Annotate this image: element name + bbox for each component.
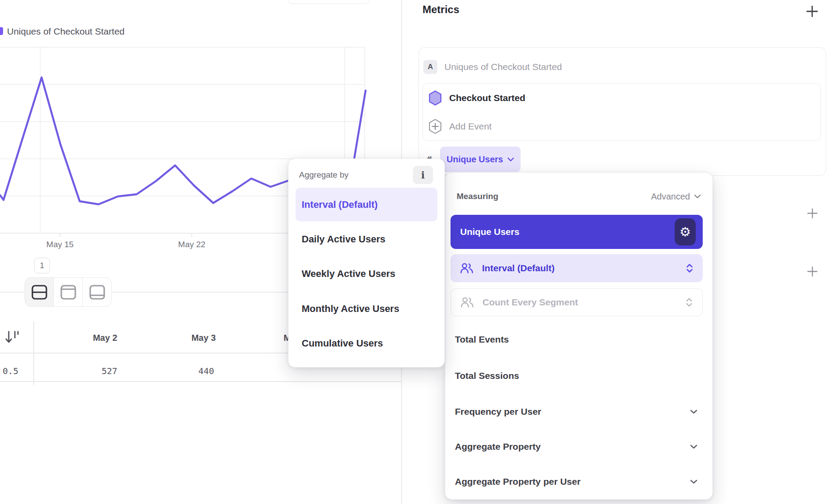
measuring-option-total-events[interactable]: Total Events <box>455 332 697 347</box>
option-label: Total Sessions <box>455 371 519 381</box>
chevron-down-icon <box>690 480 697 484</box>
unfold-icon <box>686 263 693 273</box>
event-card: Checkout Started Add Event <box>423 83 821 141</box>
measuring-option-aggregate-property-per-user[interactable]: Aggregate Property per User <box>455 474 697 490</box>
add-event-label: Add Event <box>449 121 492 132</box>
table-cell: 440 <box>167 364 246 378</box>
measuring-option-total-sessions[interactable]: Total Sessions <box>455 368 697 384</box>
measuring-title: Measuring <box>457 192 498 201</box>
interval-row-label: Interval (Default) <box>482 263 677 273</box>
measuring-option-frequency-per-user[interactable]: Frequency per User <box>455 404 697 420</box>
option-label: Monthly Active Users <box>302 303 399 315</box>
users-icon <box>460 262 473 274</box>
info-icon[interactable]: i <box>413 166 433 184</box>
interval-selector-row[interactable]: Interval (Default) <box>451 254 703 282</box>
metrics-section-title: Metrics <box>423 4 459 16</box>
table-col-header[interactable]: May 2 <box>66 329 144 346</box>
view-table-button[interactable] <box>82 278 111 306</box>
table-cell: 527 <box>70 364 149 378</box>
chevron-down-icon <box>507 158 514 161</box>
table-col-header[interactable]: May 3 <box>164 329 243 346</box>
event-hexagon-icon <box>428 90 442 106</box>
advanced-toggle[interactable]: Advanced <box>651 192 701 202</box>
aggregate-option-interval[interactable]: Interval (Default) <box>296 188 437 221</box>
measurement-chip[interactable]: Unique Users <box>440 147 521 172</box>
add-breakdown-button[interactable] <box>807 266 818 277</box>
table-view-icon <box>89 285 105 300</box>
measuring-option-aggregate-property[interactable]: Aggregate Property <box>455 439 697 455</box>
aggregate-option-weekly-active-users[interactable]: Weekly Active Users <box>302 266 395 281</box>
split-view-icon <box>32 285 47 300</box>
aggregate-by-title: Aggregate by <box>299 170 349 180</box>
legend-label: Uniques of Checkout Started <box>7 26 125 37</box>
chevron-down-icon <box>694 194 701 199</box>
option-label: Daily Active Users <box>302 234 385 245</box>
add-filter-button[interactable] <box>807 208 818 219</box>
option-label: Aggregate Property per User <box>455 476 581 487</box>
view-split-button[interactable] <box>25 278 53 306</box>
insights-report-screen: Uniques of Checkout Started May 15 May 2… <box>0 0 831 504</box>
chart-view-icon <box>60 285 76 300</box>
event-name: Checkout Started <box>449 93 525 103</box>
unfold-icon <box>686 298 693 307</box>
users-icon <box>461 297 474 308</box>
series-page-badge[interactable]: 1 <box>34 258 50 273</box>
event-row[interactable]: Checkout Started <box>428 84 525 112</box>
unique-users-label: Unique Users <box>460 227 519 237</box>
option-label: Aggregate Property <box>455 441 541 452</box>
metric-letter-badge: A <box>423 60 437 74</box>
aggregate-option-daily-active-users[interactable]: Daily Active Users <box>302 232 385 247</box>
count-row-label: Count Every Segment <box>482 297 677 308</box>
add-event-hexagon-icon <box>428 119 442 134</box>
count-every-segment-row[interactable]: Count Every Segment <box>451 288 703 316</box>
table-row-label: 0.5 <box>0 364 18 378</box>
metric-name[interactable]: Uniques of Checkout Started <box>444 62 562 72</box>
add-metric-button[interactable] <box>806 5 818 18</box>
measuring-popup: Measuring Advanced Unique Users ⚙ <box>445 172 713 500</box>
top-partial-button[interactable] <box>287 0 370 4</box>
legend-swatch <box>0 27 3 35</box>
measuring-option-unique-users[interactable]: Unique Users ⚙ <box>451 215 703 249</box>
table-row-border <box>0 381 401 382</box>
option-label: Weekly Active Users <box>302 268 395 280</box>
view-layout-toggle <box>25 277 112 307</box>
option-label: Total Events <box>455 334 509 345</box>
chevron-down-icon <box>690 444 697 449</box>
measurement-chip-label: Unique Users <box>447 154 503 164</box>
aggregate-by-popup: Aggregate by i Interval (Default) Daily … <box>288 158 445 368</box>
option-label: Frequency per User <box>455 406 541 417</box>
x-axis-label: May 15 <box>40 240 80 249</box>
x-axis-label: May 22 <box>172 240 211 249</box>
gear-icon[interactable]: ⚙ <box>675 218 696 245</box>
measuring-header: Measuring Advanced <box>457 190 701 203</box>
table-column-divider <box>33 322 34 385</box>
option-label: Interval (Default) <box>302 199 378 210</box>
view-chart-button[interactable] <box>53 278 82 306</box>
chevron-down-icon <box>690 410 697 414</box>
option-label: Cumulative Users <box>302 338 383 349</box>
aggregate-option-monthly-active-users[interactable]: Monthly Active Users <box>302 301 399 316</box>
metric-card: A Uniques of Checkout Started Checkout S… <box>419 47 826 176</box>
sort-icon[interactable] <box>4 330 21 344</box>
aggregate-option-cumulative-users[interactable]: Cumulative Users <box>302 336 383 351</box>
advanced-label: Advanced <box>651 192 690 202</box>
add-event-row[interactable]: Add Event <box>428 112 492 140</box>
